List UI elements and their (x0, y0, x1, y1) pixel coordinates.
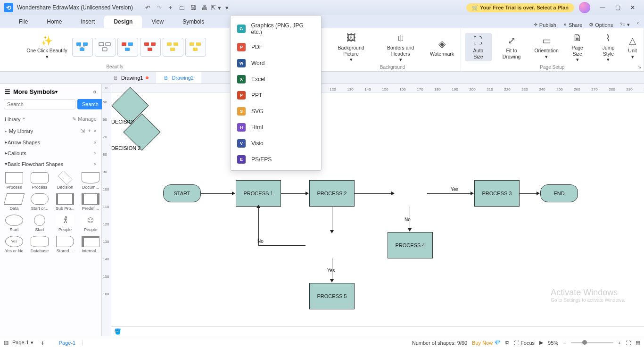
shape-process-2[interactable]: PROCESS 2 (309, 180, 355, 207)
redo-icon[interactable]: ↷ (154, 4, 165, 11)
import-icon[interactable]: ⇲ (81, 128, 85, 134)
buy-now-link[interactable]: Buy Now 💎 (472, 340, 501, 346)
save-icon[interactable]: 🖫 (188, 4, 199, 11)
shape-data[interactable]: Data (2, 192, 26, 212)
options-link[interactable]: ⚙ Options (589, 22, 613, 28)
theme-preset-3[interactable] (117, 38, 138, 57)
paint-bucket-icon[interactable]: 🪣 (114, 328, 123, 335)
shape-process-1[interactable]: PROCESS 1 (236, 180, 281, 207)
ruler-horizontal[interactable]: 1201301401501601701801902002102202302402… (111, 84, 644, 92)
shape-people-1[interactable]: 𐀪People (53, 214, 77, 233)
page-view-icon[interactable]: ▥ (4, 340, 8, 346)
undo-icon[interactable]: ↶ (142, 4, 154, 11)
shape-decision[interactable]: Decision (53, 171, 77, 191)
trial-banner[interactable]: 🛒 Your Free Trial is over. Select a Plan (466, 3, 574, 12)
theme-preset-1[interactable] (72, 38, 93, 57)
shape-process-3[interactable]: PROCESS 3 (474, 180, 520, 207)
orientation-button[interactable]: ▭Orientation ▾ (531, 33, 561, 61)
shape-yesno[interactable]: YesYes or No (2, 235, 26, 254)
zoom-slider[interactable] (571, 342, 613, 343)
export-visio[interactable]: VVisio (231, 135, 321, 151)
watermark-button[interactable]: ◈Watermark (427, 36, 457, 59)
drawing-canvas[interactable]: START PROCESS 1 PROCESS 2 DECISION 1 PRO… (111, 92, 644, 326)
search-button[interactable]: Search (77, 99, 103, 109)
shape-process-5[interactable]: PROCESS 5 (309, 283, 355, 309)
page-tab[interactable]: Page-1 (52, 340, 83, 346)
shape-document[interactable]: Docum... (78, 171, 101, 191)
menu-home[interactable]: Home (37, 16, 71, 28)
zoom-in-button[interactable]: + (618, 340, 621, 346)
export-ppt[interactable]: PPPT (231, 87, 321, 103)
focus-toggle[interactable]: ⛶ Focus (514, 340, 535, 346)
export-pdf[interactable]: PPDF (231, 39, 321, 55)
layers-icon[interactable]: ⧉ (505, 340, 509, 346)
one-click-beautify-button[interactable]: ✨ One Click Beautify ▾ (24, 33, 70, 61)
shape-predefined[interactable]: Predefi... (78, 192, 101, 212)
zoom-out-button[interactable]: − (563, 340, 566, 346)
jumpstyle-button[interactable]: ⌇Jump Style ▾ (594, 30, 624, 65)
borders-headers-button[interactable]: ⎅Borders and Headers ▾ (376, 30, 425, 65)
new-icon[interactable]: ＋ (165, 3, 176, 12)
search-input[interactable] (4, 99, 75, 109)
theme-preset-2[interactable] (95, 38, 116, 57)
maximize-button[interactable]: ▢ (610, 4, 625, 11)
shape-stored[interactable]: Stored ... (53, 235, 77, 254)
shape-people-2[interactable]: ☺People (78, 214, 101, 233)
export-icon[interactable]: ⇱ ▾ (210, 4, 222, 11)
close-button[interactable]: ✕ (625, 4, 640, 11)
pagesetup-launcher-icon[interactable]: ↘ (637, 64, 641, 69)
unit-button[interactable]: △Unit ▾ (625, 33, 640, 61)
background-picture-button[interactable]: 🖼Background Picture ▾ (328, 30, 374, 65)
shape-process[interactable]: Process (2, 171, 26, 191)
export-excel[interactable]: XExcel (231, 71, 321, 87)
user-avatar[interactable] (579, 2, 590, 13)
add-icon[interactable]: + (88, 128, 91, 134)
presentation-icon[interactable]: ▶ (539, 340, 543, 346)
pagesize-button[interactable]: 🗎Page Size ▾ (563, 30, 592, 65)
theme-preset-4[interactable] (140, 38, 161, 57)
shape-subprocess[interactable]: Sub Pro... (53, 192, 77, 212)
close-icon[interactable]: × (94, 161, 97, 167)
shape-process-rounded[interactable]: Process (27, 171, 52, 191)
section-basic-flowchart[interactable]: Basic Flowchart Shapes (8, 161, 63, 167)
share-link[interactable]: ⚬ Share (563, 22, 582, 28)
open-icon[interactable]: 🗀 (176, 4, 188, 11)
page-selector[interactable]: Page-1 ▾ (12, 340, 33, 346)
shape-internal[interactable]: Internal... (78, 235, 101, 254)
export-graphics-png-jpg-etc-[interactable]: GGraphics (PNG, JPG etc.) (231, 18, 321, 39)
menu-insert[interactable]: Insert (71, 16, 104, 28)
menu-file[interactable]: File (9, 16, 37, 28)
menu-view[interactable]: View (142, 16, 173, 28)
fit-drawing-button[interactable]: ⤢Fit to Drawing (494, 33, 530, 61)
shape-end[interactable]: END (540, 184, 578, 202)
fullscreen-icon[interactable]: ⛶ (626, 340, 631, 346)
shape-process-4[interactable]: PROCESS 4 (388, 232, 433, 258)
close-icon[interactable]: × (94, 150, 97, 156)
shape-start-ellipse[interactable]: Start (2, 214, 26, 233)
tab-drawing2[interactable]: 🗎 Drawing2 (156, 72, 201, 83)
collapse-ribbon-icon[interactable]: ˅ (636, 22, 639, 28)
collapse-panel-icon[interactable]: « (93, 88, 97, 95)
hamburger-icon[interactable]: ☰ (5, 88, 10, 95)
help-icon[interactable]: ?○ ▾ (619, 22, 630, 28)
export-word[interactable]: WWord (231, 55, 321, 71)
customize-qat-icon[interactable]: ▾ (222, 4, 233, 11)
export-html[interactable]: HHtml (231, 119, 321, 135)
tab-drawing1[interactable]: 🗎 Drawing1 (106, 72, 156, 83)
close-icon[interactable]: × (94, 140, 97, 145)
shape-terminator[interactable]: Start or... (27, 192, 52, 212)
autosize-button[interactable]: ⛶Auto Size (465, 33, 492, 61)
ruler-vertical[interactable]: 5060708090100110120130140150160 (102, 92, 111, 336)
print-icon[interactable]: 🖶 (199, 4, 210, 11)
export-svg[interactable]: SSVG (231, 103, 321, 119)
theme-preset-5[interactable] (163, 38, 183, 57)
shape-start[interactable]: START (163, 184, 201, 202)
section-arrow-shapes[interactable]: Arrow Shapes (8, 140, 40, 145)
menu-design[interactable]: Design (104, 16, 142, 28)
library-label[interactable]: Library (5, 116, 21, 122)
add-page-icon[interactable]: + (37, 339, 49, 347)
manage-link[interactable]: ✎ Manage (72, 116, 97, 122)
export-ps-eps[interactable]: EPS/EPS (231, 151, 321, 167)
minimize-button[interactable]: — (595, 4, 610, 11)
ruler-corner[interactable]: 0 (102, 84, 111, 92)
